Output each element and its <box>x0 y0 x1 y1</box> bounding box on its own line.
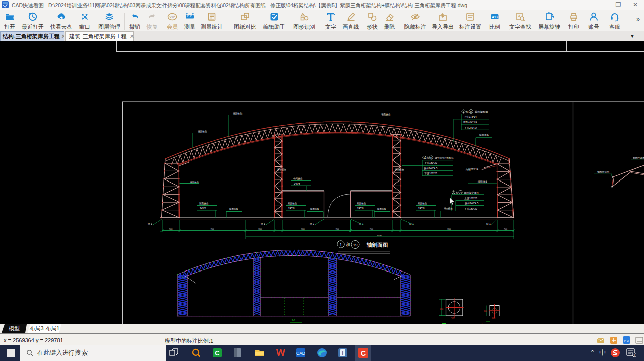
svg-text:M-1: M-1 <box>148 222 152 225</box>
svg-text:墙面檩条: 墙面檩条 <box>479 133 489 137</box>
svg-text:7500: 7500 <box>504 228 507 230</box>
svg-text:C: C <box>361 349 366 357</box>
svg-text:墙面檩条: 墙面檩条 <box>377 208 386 210</box>
svg-text:1: 1 <box>339 242 342 247</box>
svg-text:7500: 7500 <box>258 228 262 230</box>
svg-text:上弦180*20: 上弦180*20 <box>424 161 437 164</box>
svg-text:墙面檩条: 墙面檩条 <box>229 208 238 210</box>
svg-text:中间檩条: 中间檩条 <box>293 177 303 180</box>
svg-text:7500: 7500 <box>447 228 451 230</box>
svg-text:轴桁架配置: 轴桁架配置 <box>475 110 488 114</box>
svg-text:上弦273*14: 上弦273*14 <box>464 115 477 118</box>
svg-text:M-2: M-2 <box>310 222 314 225</box>
svg-text:19: 19 <box>430 157 433 159</box>
svg-text:245*8: 245*8 <box>357 207 364 210</box>
svg-text:M-1: M-1 <box>261 222 265 225</box>
svg-text:VIP: VIP <box>169 15 175 19</box>
svg-text:墙面檩条: 墙面檩条 <box>197 130 207 133</box>
svg-text:7500: 7500 <box>335 228 339 230</box>
svg-text:245*8: 245*8 <box>200 207 206 210</box>
svg-text:墙面檩条: 墙面檩条 <box>277 168 286 171</box>
svg-text:墙面檩条: 墙面檩条 <box>310 208 319 210</box>
svg-text:下弦180*20: 下弦180*20 <box>424 172 437 175</box>
svg-text:钢构件详图: 钢构件详图 <box>633 156 644 160</box>
svg-text:7500: 7500 <box>169 228 172 230</box>
svg-text:A: A <box>518 14 521 18</box>
svg-text:245*8: 245*8 <box>288 207 295 210</box>
svg-text:P-Q: P-Q <box>624 339 630 342</box>
svg-text:I: I <box>342 350 344 356</box>
svg-text:墙面檩条: 墙面檩条 <box>394 168 404 171</box>
svg-text:底面檩条: 底面檩条 <box>357 202 366 205</box>
svg-text:钢构件详图: 钢构件详图 <box>597 170 609 174</box>
svg-text:1: 1 <box>463 110 464 113</box>
svg-text:M-1: M-1 <box>486 222 491 225</box>
svg-text:和: 和 <box>346 242 350 247</box>
svg-text:墙面檩条: 墙面檩条 <box>232 112 243 115</box>
svg-text:300: 300 <box>484 310 487 312</box>
svg-text:底面檩条: 底面檩条 <box>418 202 427 205</box>
svg-text:550: 550 <box>440 308 444 310</box>
svg-text:C: C <box>215 349 220 357</box>
svg-text:7500: 7500 <box>301 228 305 230</box>
svg-text:和: 和 <box>466 110 468 113</box>
svg-text:底面檩条: 底面檩条 <box>288 202 297 205</box>
svg-text:腹杆140*4.5: 腹杆140*4.5 <box>465 202 478 205</box>
svg-text:白钢273*14: 白钢273*14 <box>466 168 478 171</box>
svg-text:7500: 7500 <box>370 228 373 230</box>
svg-text:墙面檩条: 墙面檩条 <box>443 207 453 210</box>
svg-text:和: 和 <box>427 156 429 159</box>
svg-text:屋面檩条: 屋面檩条 <box>199 202 209 205</box>
svg-text:轴剖面图: 轴剖面图 <box>366 242 388 248</box>
svg-text:下弦273*14: 下弦273*14 <box>464 126 477 129</box>
svg-text:1: 1 <box>453 191 454 194</box>
svg-text:腹杆140*4.5: 腹杆140*4.5 <box>424 167 437 170</box>
svg-text:CAD: CAD <box>296 351 305 356</box>
svg-text:上弦180*20: 上弦180*20 <box>464 197 477 200</box>
svg-text:腹杆140*4.5: 腹杆140*4.5 <box>463 120 477 123</box>
svg-text:墙面檩条: 墙面檩条 <box>381 113 391 116</box>
svg-text:7500: 7500 <box>210 228 214 230</box>
svg-text:245*8: 245*8 <box>294 183 300 185</box>
svg-text:550: 550 <box>451 317 455 320</box>
svg-text:轴中间立柱杆配置: 轴中间立柱杆配置 <box>435 156 454 160</box>
svg-text:19: 19 <box>353 243 358 247</box>
svg-text:和: 和 <box>456 191 458 194</box>
svg-text:1-1: 1-1 <box>292 319 295 322</box>
svg-text:1: 1 <box>633 353 635 357</box>
svg-text:A:B: A:B <box>492 15 498 19</box>
svg-text:1: 1 <box>424 157 425 159</box>
svg-text:下弦180*20: 下弦180*20 <box>464 207 477 210</box>
svg-text:245*8: 245*8 <box>418 207 425 210</box>
svg-text:36.0m: 36.0m <box>377 235 382 237</box>
svg-text:300: 300 <box>492 317 496 319</box>
svg-text:轴桁架定置杆: 轴桁架定置杆 <box>464 191 479 195</box>
svg-text:19: 19 <box>470 111 472 113</box>
svg-text:19: 19 <box>459 191 462 194</box>
